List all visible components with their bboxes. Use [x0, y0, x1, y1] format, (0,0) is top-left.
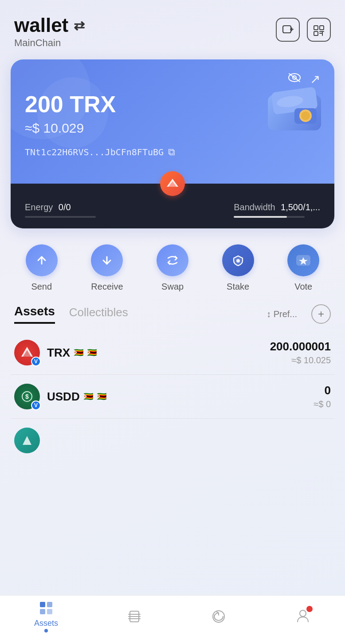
bandwidth-label: Bandwidth [234, 202, 275, 212]
stake-circle [222, 244, 254, 276]
svg-rect-31 [40, 602, 45, 607]
usdd-verified-badge: V [31, 401, 41, 410]
header: wallet ⇄ MainChain [0, 0, 345, 56]
assets-nav-dot [44, 629, 48, 632]
trx-logo: V [14, 340, 40, 365]
history-nav-icon [211, 609, 227, 624]
trx-verified-badge: V [31, 357, 41, 366]
bandwidth-stat: Bandwidth 1,500/1,... [234, 202, 320, 218]
receive-label: Receive [91, 282, 123, 292]
bandwidth-bar-fill [234, 216, 287, 218]
vote-circle [287, 244, 319, 276]
svg-rect-33 [40, 609, 45, 614]
trx-name-row: TRX 🇿🇼 🇿🇼 [47, 346, 270, 360]
send-circle [26, 244, 58, 276]
svg-rect-4 [320, 26, 324, 30]
usdd-info: USDD 🇿🇼 🇿🇼 [47, 390, 314, 404]
usdd-name-row: USDD 🇿🇼 🇿🇼 [47, 390, 314, 404]
svg-rect-0 [283, 26, 291, 33]
scan-button[interactable] [307, 18, 331, 42]
svg-point-23 [236, 259, 240, 263]
trx-flag2: 🇿🇼 [87, 348, 97, 357]
asset-item-trx[interactable]: V TRX 🇿🇼 🇿🇼 200.000001 ≈$ 10.025 [11, 331, 334, 375]
bandwidth-bar [234, 216, 305, 218]
usdd-logo: $ V [14, 384, 40, 409]
svg-text:$: $ [25, 393, 29, 400]
header-title-row: wallet ⇄ [14, 14, 85, 36]
trx-flag: 🇿🇼 [74, 348, 83, 357]
swap-label: Swap [161, 282, 184, 292]
header-actions [276, 18, 331, 42]
tab-assets[interactable]: Assets [14, 304, 55, 324]
stake-label: Stake [227, 282, 249, 292]
usdd-name: USDD [47, 390, 80, 404]
usdd-flag2: 🇿🇼 [97, 392, 106, 401]
header-left: wallet ⇄ MainChain [14, 14, 85, 49]
vote-action[interactable]: Vote [287, 244, 319, 292]
asset-item-partial[interactable] [11, 419, 334, 462]
card-address-row: TNt1c22H6RVS...JbCFn8FTuBG ⧉ [25, 146, 320, 158]
nav-assets[interactable]: Assets [34, 600, 58, 632]
assets-nav-label: Assets [34, 619, 58, 628]
usdd-values: 0 ≈$ 0 [314, 384, 331, 409]
tab-collectibles[interactable]: Collectibles [69, 306, 128, 323]
copy-icon[interactable]: ⧉ [168, 146, 175, 158]
svg-rect-3 [314, 26, 318, 30]
bandwidth-value: 1,500/1,... [281, 202, 320, 212]
svg-rect-34 [47, 609, 52, 614]
nav-account[interactable] [295, 608, 311, 625]
asset-item-usdd[interactable]: $ V USDD 🇿🇼 🇿🇼 0 ≈$ 0 [11, 375, 334, 419]
trx-usd: ≈$ 10.025 [270, 355, 331, 365]
stake-action[interactable]: Stake [222, 244, 254, 292]
card-bottom: Energy 0/0 Bandwidth 1,500/1,... [11, 184, 334, 228]
tron-button[interactable] [160, 171, 185, 196]
nav-dapps[interactable] [126, 609, 142, 624]
send-label: Send [31, 282, 52, 292]
assets-nav-icon [38, 600, 54, 616]
swap-action[interactable]: Swap [157, 244, 188, 292]
trx-info: TRX 🇿🇼 🇿🇼 [47, 346, 270, 360]
actions-row: Send Receive Swap Stake [0, 228, 345, 301]
svg-rect-32 [47, 602, 52, 607]
add-wallet-button[interactable] [276, 18, 300, 42]
usdd-flag: 🇿🇼 [83, 392, 93, 401]
asset-list: V TRX 🇿🇼 🇿🇼 200.000001 ≈$ 10.025 $ V [0, 324, 345, 515]
receive-action[interactable]: Receive [91, 244, 123, 292]
vote-label: Vote [294, 282, 312, 292]
wallet-card: ↗ 200 TRX ≈$ 10.029 [11, 59, 334, 228]
wallet-title: wallet [14, 14, 68, 36]
card-top: ↗ 200 TRX ≈$ 10.029 [11, 59, 334, 184]
tabs-row: Assets Collectibles ↕ Pref... + [0, 301, 345, 324]
wallet-3d-illustration [259, 77, 330, 139]
receive-circle [91, 244, 123, 276]
wallet-address: TNt1c22H6RVS...JbCFn8FTuBG [25, 147, 164, 157]
mainchain-label: MainChain [14, 37, 85, 49]
swap-circle [157, 244, 188, 276]
usdd-usd: ≈$ 0 [314, 399, 331, 409]
account-notification-badge [306, 606, 313, 612]
partial-asset-logo [14, 428, 40, 453]
add-asset-button[interactable]: + [311, 304, 331, 324]
trx-values: 200.000001 ≈$ 10.025 [270, 340, 331, 365]
energy-stat: Energy 0/0 [25, 202, 96, 218]
energy-bar [25, 216, 96, 218]
bottom-nav: Assets [0, 595, 345, 644]
preferences-button[interactable]: ↕ Pref... [267, 309, 297, 319]
dapps-nav-icon [126, 609, 142, 624]
trx-amount: 200.000001 [270, 340, 331, 353]
svg-point-40 [300, 610, 306, 617]
svg-rect-5 [314, 31, 318, 35]
send-action[interactable]: Send [26, 244, 58, 292]
account-icon-wrap [295, 608, 311, 625]
swap-arrows-icon[interactable]: ⇄ [74, 18, 85, 33]
trx-name: TRX [47, 346, 70, 360]
nav-history[interactable] [211, 609, 227, 624]
energy-label: Energy [25, 202, 53, 212]
energy-value: 0/0 [59, 202, 71, 212]
svg-point-17 [301, 111, 310, 120]
usdd-amount: 0 [314, 384, 331, 397]
